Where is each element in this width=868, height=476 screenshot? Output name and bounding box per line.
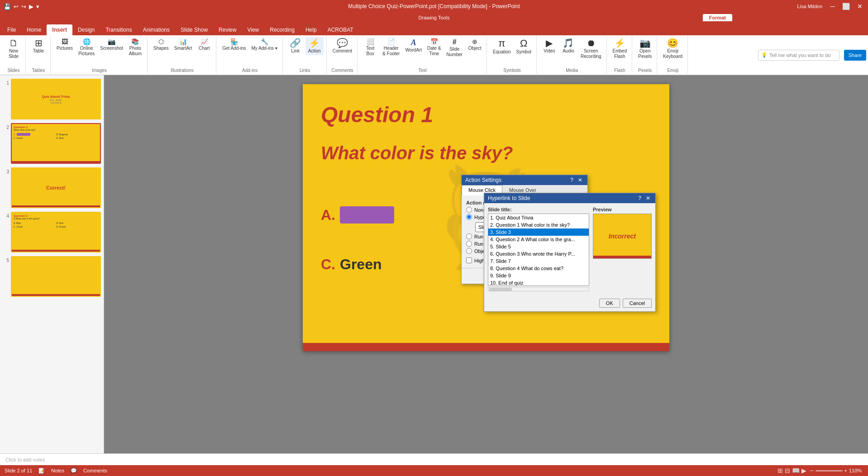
slide-img-5[interactable] (11, 256, 101, 297)
slide-list-item-4[interactable]: 4. Question 2 A What color is the gra... (488, 236, 589, 243)
hyperlink-to-slide-dialog[interactable]: Hyperlink to Slide ? ✕ Slide title: 1. Q… (484, 193, 656, 312)
slide-list-item-7[interactable]: 7. Slide 7 (488, 257, 589, 265)
tab-animations[interactable]: Animations (138, 24, 175, 35)
textbox-button[interactable]: ⬜ TextBox (361, 37, 379, 58)
slide-sorter-button[interactable]: ⊟ (785, 467, 790, 474)
reading-view-button[interactable]: 📖 (792, 467, 800, 474)
link-button[interactable]: 🔗 Link (286, 37, 305, 55)
slide-list-item-9[interactable]: 9. Slide 9 (488, 272, 589, 279)
notes-status-icon[interactable]: 📝 (38, 468, 45, 474)
present-icon[interactable]: ▶ (29, 3, 33, 10)
photo-album-button[interactable]: 📚 PhotoAlbum (126, 37, 144, 58)
restore-button[interactable]: ⬜ (840, 3, 852, 10)
answer-c-container[interactable]: C. Green (321, 256, 382, 273)
zoom-in-button[interactable]: + (844, 468, 847, 473)
screenshot-button[interactable]: 📷 Screenshot (98, 37, 125, 52)
smartart-button[interactable]: 📊 SmartArt (172, 37, 194, 52)
get-addins-button[interactable]: 🏪 Get Add-ins (220, 37, 248, 52)
highlight-click-checkbox[interactable] (466, 257, 472, 263)
chart-button[interactable]: 📈 Chart (195, 37, 213, 52)
link-label: Link (291, 48, 300, 54)
open-pexels-button[interactable]: 📷 OpenPexels (636, 37, 654, 61)
slide-list-item-10[interactable]: 10. End of quiz (488, 279, 589, 286)
slide-thumb-2[interactable]: 2 Question 1 What color is the sky? A. B… (2, 122, 102, 165)
slide-list-item-6[interactable]: 6. Question 3 Who wrote the Harry P... (488, 250, 589, 257)
table-button[interactable]: ⊞ Table (29, 37, 48, 55)
tab-acrobat[interactable]: ACROBAT (322, 24, 359, 35)
header-footer-button[interactable]: 📄 Header& Footer (380, 37, 402, 58)
object-button[interactable]: ⊕ Object (466, 37, 484, 52)
slide-canvas[interactable]: 🦉 Question 1 What color is the sky? A. B… (303, 84, 669, 351)
slide-listbox[interactable]: 1. Quiz About Trivia 2. Question 1 What … (488, 214, 589, 286)
action-dialog-close-btn[interactable]: ✕ (577, 177, 584, 183)
close-button[interactable]: ✕ (855, 3, 864, 10)
tab-recording[interactable]: Recording (264, 24, 300, 35)
audio-button[interactable]: 🎵 Audio (559, 37, 577, 55)
slide-img-3[interactable]: Correct! (11, 167, 101, 208)
action-button[interactable]: ⚡ Action (305, 37, 324, 55)
minimize-button[interactable]: ─ (829, 3, 837, 10)
hyperlink-ok-button[interactable]: OK (599, 299, 620, 308)
tab-help[interactable]: Help (300, 24, 322, 35)
slide-list-item-1[interactable]: 1. Quiz About Trivia (488, 214, 589, 221)
format-tab-area: Format (703, 14, 732, 21)
comment-button[interactable]: 💬 Comment (330, 37, 354, 55)
slide-list-item-3[interactable]: 3. Slide 3 (488, 228, 589, 236)
tab-review[interactable]: Review (213, 24, 242, 35)
slide-thumb-4[interactable]: 4 Question 2 A What color is the grass? … (2, 211, 102, 253)
tab-design[interactable]: Design (72, 24, 100, 35)
redo-icon[interactable]: ↪ (21, 3, 26, 10)
slide-img-4[interactable]: Question 2 A What color is the grass? A.… (11, 212, 101, 252)
slide-img-1[interactable]: Quiz About Trivia Mrs. Smith 1/31/2019 (11, 79, 101, 119)
hyperlink-help-btn[interactable]: ? (637, 195, 643, 201)
notes-status-label[interactable]: Notes (51, 468, 64, 473)
hyperlink-cancel-button[interactable]: Cancel (623, 299, 652, 308)
zoom-level[interactable]: 110% (849, 468, 863, 473)
pictures-button[interactable]: 🖼 Pictures (54, 37, 75, 52)
normal-view-button[interactable]: ⊞ (777, 467, 783, 474)
slide-list-item-5[interactable]: 5. Slide 5 (488, 243, 589, 250)
zoom-slider[interactable] (816, 470, 843, 471)
tab-file[interactable]: File (2, 24, 21, 35)
hyperlink-scrollbar[interactable] (488, 287, 589, 291)
zoom-out-button[interactable]: ─ (810, 468, 814, 473)
equation-button[interactable]: π Equation (491, 37, 513, 56)
tell-me-box[interactable]: 💡 Tell me what you want to do (758, 50, 839, 61)
action-dialog-help-btn[interactable]: ? (569, 177, 575, 183)
online-pictures-button[interactable]: 🌐 OnlinePictures (76, 37, 97, 58)
save-icon[interactable]: 💾 (4, 3, 11, 10)
comments-status-icon[interactable]: 💬 (71, 468, 77, 474)
tab-slideshow[interactable]: Slide Show (175, 24, 213, 35)
hyperlink-close-btn[interactable]: ✕ (644, 195, 652, 201)
emoji-keyboard-button[interactable]: 😊 EmojiKeyboard (661, 37, 685, 61)
embed-flash-button[interactable]: ⚡ EmbedFlash (610, 37, 630, 61)
customize-icon[interactable]: ▾ (36, 3, 39, 10)
symbol-button[interactable]: Ω Symbol (514, 37, 534, 56)
video-button[interactable]: ▶ Video (540, 37, 558, 55)
tab-insert[interactable]: Insert (47, 24, 72, 35)
tab-format[interactable]: Format (703, 14, 732, 21)
share-button[interactable]: Share (844, 50, 866, 61)
embed-flash-label: EmbedFlash (613, 48, 627, 59)
date-time-button[interactable]: 📅 Date &Time (425, 37, 444, 58)
shapes-button[interactable]: ⬡ Shapes (151, 37, 171, 52)
comments-status-label[interactable]: Comments (83, 468, 107, 473)
slide-img-2[interactable]: Question 1 What color is the sky? A. B. … (11, 123, 101, 164)
slide-number-button[interactable]: # SlideNumber (444, 37, 465, 59)
new-slide-button[interactable]: 🗋 NewSlide (5, 37, 23, 61)
slideshow-view-button[interactable]: ▶ (801, 467, 806, 474)
my-addins-button[interactable]: 🔧 My Add-ins ▾ (249, 37, 279, 52)
tab-transitions[interactable]: Transitions (100, 24, 137, 35)
slide-thumb-5[interactable]: 5 (2, 255, 102, 298)
slide-list-item-8[interactable]: 8. Question 4 What do cows eat? (488, 265, 589, 272)
answer-a-container[interactable]: A. (321, 206, 394, 224)
notes-bar[interactable]: Click to add notes (0, 453, 868, 465)
tab-view[interactable]: View (242, 24, 264, 35)
wordart-button[interactable]: A WordArt (403, 37, 424, 54)
slide-list-item-2[interactable]: 2. Question 1 What color is the sky? (488, 221, 589, 228)
slide-thumb-1[interactable]: 1 Quiz About Trivia Mrs. Smith 1/31/2019 (2, 78, 102, 120)
tab-home[interactable]: Home (21, 24, 47, 35)
slide-thumb-3[interactable]: 3 Correct! (2, 167, 102, 209)
undo-icon[interactable]: ↩ (14, 3, 19, 10)
screen-recording-button[interactable]: ⏺ ScreenRecording (578, 37, 604, 61)
